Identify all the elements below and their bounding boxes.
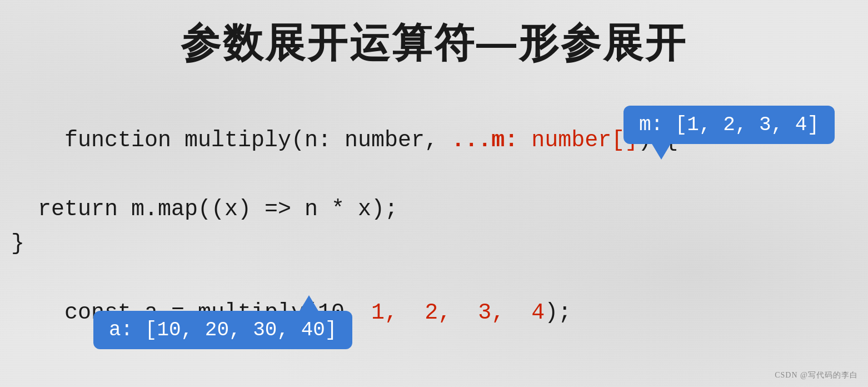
code-spread-operator: ...m: — [451, 128, 531, 153]
code-line-3: } — [11, 227, 868, 261]
page-title: 参数展开运算符—形参展开 — [0, 0, 868, 81]
code-function-keyword: function multiply(n: number, — [64, 128, 451, 153]
code-type-annotation: number[] — [531, 128, 638, 153]
watermark: CSDN @写代码的李白 — [775, 370, 858, 380]
tooltip-a-array: a: [10, 20, 30, 40] — [93, 311, 352, 349]
code-line-2: return m.map((x) => n * x); — [11, 192, 868, 227]
code-line4-suffix: ); — [545, 300, 571, 325]
tooltip-m-array: m: [1, 2, 3, 4] — [623, 106, 835, 144]
code-spread-numbers: 1, 2, 3, 4 — [371, 300, 545, 325]
